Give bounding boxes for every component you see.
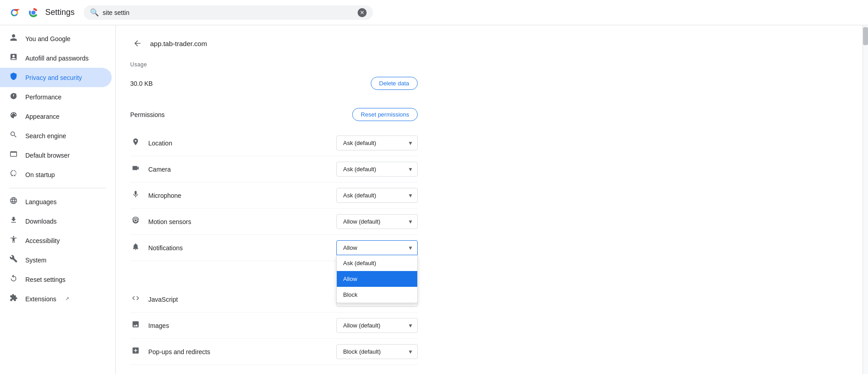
svg-point-2 bbox=[12, 10, 17, 15]
permission-row-popups: Pop-ups and redirects Block (default) Al… bbox=[130, 339, 418, 365]
sidebar-item-label: Extensions bbox=[25, 295, 56, 303]
permission-row-motion: Motion sensors Allow (default) Block ▼ bbox=[130, 209, 418, 235]
permissions-section: Permissions Reset permissions Location A… bbox=[130, 108, 418, 365]
motion-select[interactable]: Allow (default) Block bbox=[336, 214, 418, 229]
sidebar-item-system[interactable]: System bbox=[0, 250, 112, 270]
sidebar-item-label: Privacy and security bbox=[25, 74, 82, 81]
shield-icon bbox=[9, 72, 18, 83]
usage-row: 30.0 KB Delete data bbox=[130, 73, 418, 94]
usage-size: 30.0 KB bbox=[130, 80, 153, 87]
person-icon bbox=[9, 33, 18, 44]
microphone-select[interactable]: Ask (default) Allow Block bbox=[336, 188, 418, 203]
sidebar-item-autofill[interactable]: Autofill and passwords bbox=[0, 48, 112, 68]
content-area: app.tab-trader.com Usage 30.0 KB Delete … bbox=[116, 25, 863, 374]
sidebar-item-privacy[interactable]: Privacy and security bbox=[0, 68, 112, 87]
motion-label: Motion sensors bbox=[148, 218, 329, 225]
sidebar-item-languages[interactable]: Languages bbox=[0, 192, 112, 211]
notification-bell-icon bbox=[130, 243, 141, 253]
sidebar-item-search[interactable]: Search engine bbox=[0, 126, 112, 145]
back-navigation: app.tab-trader.com bbox=[130, 36, 418, 51]
dropdown-option-allow[interactable]: Allow bbox=[337, 271, 417, 287]
dropdown-option-block[interactable]: Block bbox=[337, 287, 417, 303]
microphone-icon bbox=[130, 190, 141, 201]
languages-icon bbox=[9, 196, 18, 207]
notifications-select-wrapper: Ask (default) Allow Block ▼ Ask (default… bbox=[336, 240, 418, 255]
sidebar-item-label: Accessibility bbox=[25, 237, 60, 244]
svg-point-5 bbox=[32, 10, 36, 14]
system-icon bbox=[9, 255, 18, 265]
popups-icon bbox=[130, 346, 141, 357]
motion-icon bbox=[130, 216, 141, 227]
sidebar-item-you-google[interactable]: You and Google bbox=[0, 29, 112, 48]
location-select[interactable]: Ask (default) Allow Block bbox=[336, 136, 418, 150]
site-settings-panel: app.tab-trader.com Usage 30.0 KB Delete … bbox=[116, 25, 432, 374]
sidebar-item-appearance[interactable]: Appearance bbox=[0, 107, 112, 126]
autofill-icon bbox=[9, 53, 18, 63]
dropdown-option-ask[interactable]: Ask (default) bbox=[337, 255, 417, 271]
main-layout: You and Google Autofill and passwords Pr… bbox=[0, 25, 868, 374]
popups-select[interactable]: Block (default) Allow bbox=[336, 344, 418, 359]
popups-select-wrapper: Block (default) Allow ▼ bbox=[336, 344, 418, 359]
permission-row-images: Images Allow (default) Block ▼ bbox=[130, 313, 418, 339]
images-icon bbox=[130, 320, 141, 331]
external-link-icon: ↗ bbox=[65, 296, 69, 302]
sidebar-item-default-browser[interactable]: Default browser bbox=[0, 145, 112, 165]
right-scrollbar[interactable] bbox=[863, 25, 868, 374]
permissions-header: Permissions Reset permissions bbox=[130, 108, 418, 121]
search-bar: 🔍 ✕ bbox=[84, 5, 373, 20]
chrome-logo-icon bbox=[27, 6, 40, 19]
sidebar-item-label: Default browser bbox=[25, 152, 70, 159]
notifications-dropdown: Ask (default) Allow Block bbox=[336, 255, 418, 303]
search-input[interactable] bbox=[103, 9, 354, 16]
page-title: Settings bbox=[45, 8, 75, 17]
sidebar-item-extensions[interactable]: Extensions ↗ bbox=[0, 289, 112, 309]
camera-label: Camera bbox=[148, 166, 329, 173]
microphone-select-wrapper: Ask (default) Allow Block ▼ bbox=[336, 188, 418, 203]
images-label: Images bbox=[148, 322, 329, 329]
javascript-label: JavaScript bbox=[148, 296, 329, 303]
sidebar-item-downloads[interactable]: Downloads bbox=[0, 211, 112, 231]
top-bar: Settings 🔍 ✕ bbox=[0, 0, 868, 25]
sidebar-item-reset[interactable]: Reset settings bbox=[0, 270, 112, 289]
usage-label: Usage bbox=[130, 61, 418, 68]
permission-row-location: Location Ask (default) Allow Block ▼ bbox=[130, 130, 418, 156]
reset-icon bbox=[9, 274, 18, 285]
camera-select[interactable]: Ask (default) Allow Block bbox=[336, 162, 418, 177]
default-browser-icon bbox=[9, 150, 18, 160]
reset-permissions-button[interactable]: Reset permissions bbox=[352, 108, 418, 121]
permission-row-notifications: Notifications Ask (default) Allow Block … bbox=[130, 235, 418, 261]
clear-search-icon[interactable]: ✕ bbox=[358, 8, 367, 17]
accessibility-icon bbox=[9, 235, 18, 246]
sidebar-item-accessibility[interactable]: Accessibility bbox=[0, 231, 112, 250]
back-button[interactable] bbox=[130, 36, 145, 51]
motion-select-wrapper: Allow (default) Block ▼ bbox=[336, 214, 418, 229]
sidebar-item-label: Search engine bbox=[25, 132, 66, 140]
svg-point-6 bbox=[135, 220, 137, 222]
sidebar-item-label: System bbox=[25, 257, 47, 264]
sidebar-item-label: Performance bbox=[25, 94, 61, 101]
sidebar-item-performance[interactable]: Performance bbox=[0, 87, 112, 107]
permissions-label: Permissions bbox=[130, 111, 165, 118]
images-select[interactable]: Allow (default) Block bbox=[336, 318, 418, 333]
scrollbar-thumb[interactable] bbox=[863, 27, 868, 45]
site-url: app.tab-trader.com bbox=[150, 40, 207, 47]
downloads-icon bbox=[9, 216, 18, 226]
camera-icon bbox=[130, 164, 141, 174]
location-icon bbox=[130, 138, 141, 148]
search-icon: 🔍 bbox=[90, 8, 99, 17]
delete-data-button[interactable]: Delete data bbox=[371, 77, 418, 90]
location-select-wrapper: Ask (default) Allow Block ▼ bbox=[336, 136, 418, 150]
performance-icon bbox=[9, 92, 18, 102]
popups-label: Pop-ups and redirects bbox=[148, 348, 329, 355]
microphone-label: Microphone bbox=[148, 192, 329, 199]
javascript-icon bbox=[130, 294, 141, 304]
sidebar-divider bbox=[9, 188, 106, 188]
sidebar-item-on-startup[interactable]: On startup bbox=[0, 165, 112, 184]
startup-icon bbox=[9, 169, 18, 180]
permission-row-microphone: Microphone Ask (default) Allow Block ▼ bbox=[130, 182, 418, 209]
search-engine-icon bbox=[9, 131, 18, 141]
sidebar-item-label: Languages bbox=[25, 198, 57, 206]
sidebar-item-label: Downloads bbox=[25, 218, 57, 225]
location-label: Location bbox=[148, 140, 329, 147]
notifications-select[interactable]: Ask (default) Allow Block bbox=[336, 240, 418, 255]
